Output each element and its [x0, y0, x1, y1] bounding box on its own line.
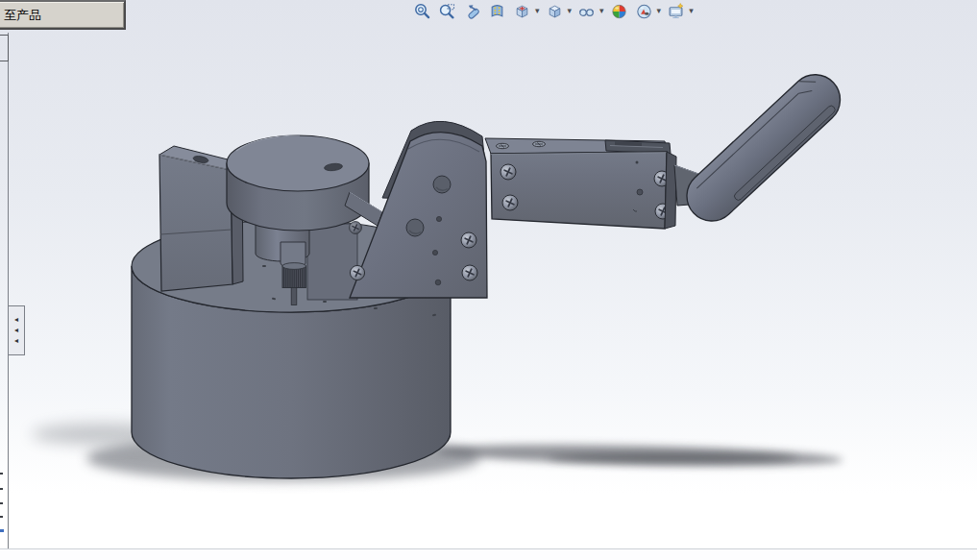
collapse-arrow-icon: ◂ — [14, 337, 18, 345]
apply-scene-button[interactable] — [635, 1, 654, 20]
section-view-button[interactable] — [488, 1, 507, 20]
view-settings-dropdown[interactable]: ▾ — [689, 6, 694, 15]
edge-mark — [0, 502, 3, 504]
view-settings-button[interactable] — [667, 1, 686, 20]
previous-view-icon — [464, 3, 480, 19]
hide-show-items-icon — [578, 3, 595, 19]
support-column — [307, 224, 357, 300]
edge-mark — [0, 488, 3, 490]
view-orientation-button[interactable] — [513, 1, 532, 20]
document-tab-label: 至产品 — [4, 8, 41, 22]
pivot-hole — [433, 176, 451, 193]
view-orientation-dropdown[interactable]: ▾ — [535, 6, 540, 15]
end-effector-paddle — [676, 64, 850, 231]
display-style-icon — [547, 3, 563, 19]
pivot-hole — [406, 219, 424, 236]
gear-shaft — [291, 288, 297, 305]
collapse-arrow-icon: ◂ — [14, 316, 18, 324]
display-style-dropdown[interactable]: ▾ — [568, 6, 573, 15]
zoom-to-area-icon — [439, 3, 455, 19]
upper-arm-link — [485, 138, 676, 229]
hide-show-items-dropdown[interactable]: ▾ — [599, 6, 604, 15]
previous-view-button[interactable] — [463, 1, 482, 20]
view-settings-icon — [668, 3, 684, 19]
zoom-to-area-button[interactable] — [438, 1, 457, 20]
featuremanager-splitter[interactable] — [8, 33, 9, 548]
edge-mark — [0, 473, 3, 475]
zoom-to-fit-button[interactable] — [413, 1, 432, 20]
edge-mark — [0, 516, 3, 518]
heads-up-view-toolbar: ▾ ▾ ▾ — [413, 1, 694, 20]
apply-scene-dropdown[interactable]: ▾ — [657, 6, 662, 15]
panel-collapse-tab[interactable]: ◂ ◂ ◂ — [9, 305, 25, 355]
rotary-platter — [227, 135, 369, 231]
pinion-gear — [282, 263, 306, 288]
display-style-button[interactable] — [546, 1, 565, 20]
edit-appearance-icon — [611, 3, 627, 19]
robot-arm-model — [0, 0, 977, 560]
window-frame-strip — [0, 549, 977, 560]
view-orientation-icon — [514, 3, 530, 19]
document-tab[interactable]: 至产品 — [0, 0, 126, 30]
edge-mark-blue — [0, 529, 4, 532]
collapsed-corner-box — [0, 35, 9, 61]
section-view-icon — [489, 3, 505, 19]
graphics-viewport[interactable] — [0, 0, 977, 560]
application-window: 至产品 ◂ ◂ ◂ — [0, 0, 977, 560]
apply-scene-icon — [636, 3, 652, 19]
collapse-arrow-icon: ◂ — [14, 327, 18, 334]
hide-show-items-button[interactable] — [577, 1, 597, 20]
zoom-to-fit-icon — [414, 3, 430, 19]
edit-appearance-button[interactable] — [610, 1, 629, 20]
